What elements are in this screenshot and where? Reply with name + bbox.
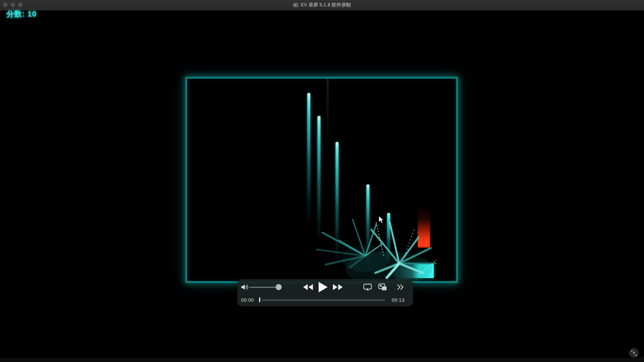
- volume-icon[interactable]: [241, 283, 249, 291]
- volume-slider-knob[interactable]: [276, 284, 282, 290]
- player-controls-panel: 00:00 00:13: [237, 279, 413, 306]
- play-icon: [318, 281, 328, 293]
- fast-forward-button[interactable]: [333, 284, 343, 291]
- scan-text-icon: [631, 350, 637, 356]
- airplay-icon: [363, 283, 372, 291]
- game-frame: [185, 77, 458, 283]
- pip-button[interactable]: [378, 283, 387, 291]
- play-button[interactable]: [317, 281, 328, 293]
- recorder-app-icon: [293, 3, 298, 7]
- volume-slider[interactable]: [249, 287, 279, 288]
- playhead[interactable]: [259, 297, 260, 302]
- current-time: 00:00: [241, 297, 254, 303]
- fast-forward-icon: [333, 284, 343, 291]
- arrow-cursor-icon: [378, 216, 384, 225]
- score-label: 分数: 10: [6, 9, 37, 19]
- window-title-group: EV 录屏 5.1.8 软件录制: [0, 0, 644, 10]
- airplay-button[interactable]: [363, 283, 372, 291]
- game-scene: [187, 79, 456, 281]
- scan-text-button[interactable]: [629, 348, 639, 358]
- window-title: EV 录屏 5.1.8 软件录制: [301, 2, 351, 8]
- rewind-button[interactable]: [303, 284, 313, 291]
- titlebar: EV 录屏 5.1.8 软件录制: [0, 0, 644, 11]
- particle-burst-icon: [187, 79, 456, 281]
- picture-in-picture-icon: [378, 283, 387, 291]
- more-chevrons-icon: [397, 284, 404, 290]
- app-window: EV 录屏 5.1.8 软件录制 分数: 10: [0, 0, 644, 359]
- more-controls-button[interactable]: [397, 284, 404, 291]
- seek-bar[interactable]: [262, 300, 385, 301]
- total-time: 00:13: [392, 297, 404, 303]
- rewind-icon: [303, 284, 313, 291]
